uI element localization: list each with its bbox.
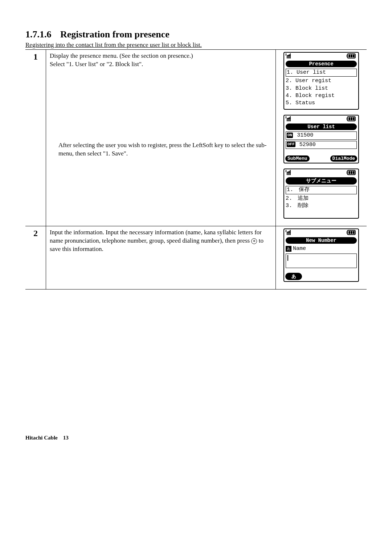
svg-rect-19	[353, 231, 355, 234]
svg-rect-4	[353, 54, 355, 57]
svg-rect-18	[351, 231, 352, 234]
page-footer: Hitachi Cable 13	[25, 435, 367, 441]
svg-rect-8	[351, 117, 352, 120]
signal-icon	[286, 53, 295, 61]
phone-screen-userlist: User list ON 31500 OFF 52980 SubMenu Dia…	[283, 115, 359, 163]
menu-item: 4. Block regist	[286, 92, 357, 100]
step-row: 2 Input the information. Input the neces…	[25, 226, 367, 289]
phone-screen-newnumber: New Number あ Name あ	[283, 228, 359, 282]
menu-item: 2. User regist	[286, 77, 357, 85]
svg-rect-17	[348, 231, 350, 234]
svg-rect-2	[348, 54, 350, 57]
svg-rect-1	[347, 55, 348, 57]
battery-icon	[347, 230, 357, 237]
step-number: 1	[25, 50, 46, 226]
svg-rect-9	[353, 117, 355, 120]
step-row: 1 Display the presence menu. (See the se…	[25, 50, 367, 226]
battery-icon	[347, 170, 357, 177]
section-number: 1.7.1.6	[25, 29, 52, 40]
status-badge: OFF	[287, 142, 295, 147]
step-text: Display the presence menu. (See the sect…	[46, 50, 276, 226]
svg-rect-11	[347, 171, 348, 174]
battery-icon	[347, 53, 357, 61]
signal-icon	[286, 230, 295, 237]
list-row-number: 31500	[297, 132, 313, 138]
step-number: 2	[25, 226, 46, 289]
footer-brand: Hitachi Cable	[25, 435, 58, 441]
svg-rect-14	[353, 171, 355, 174]
menu-item-selected: 1. User list	[286, 69, 357, 77]
phone-screen-presence: Presence 1. User list 2. User regist 3. …	[283, 52, 359, 110]
list-row: OFF 52980	[286, 141, 357, 149]
list-row: ON 31500	[286, 131, 357, 139]
svg-rect-7	[348, 117, 350, 120]
screen-title: サブメニュー	[286, 177, 357, 185]
footer-page: 13	[63, 435, 69, 441]
step-paragraph: Display the presence menu. (See the sect…	[50, 52, 272, 60]
screenshots-cell: Presence 1. User list 2. User regist 3. …	[276, 50, 367, 226]
svg-rect-3	[351, 54, 352, 57]
list-row-number: 52980	[299, 142, 316, 148]
step-paragraph: Input the information. Input the necessa…	[50, 229, 262, 244]
battery-icon	[347, 116, 357, 123]
step-paragraph: After selecting the user you wish to reg…	[58, 141, 272, 158]
svg-rect-13	[351, 171, 352, 174]
section-heading: 1.7.1.6 Registration from presence	[25, 29, 367, 40]
softkey-right: DialMode	[330, 155, 357, 162]
svg-rect-6	[347, 118, 348, 120]
section-title: Registration from presence	[60, 29, 170, 40]
screen-title: User list	[286, 123, 357, 130]
signal-icon	[286, 116, 295, 123]
screen-title: New Number	[286, 237, 357, 244]
svg-rect-12	[348, 171, 350, 174]
input-label: Name	[293, 245, 306, 252]
menu-item: 2. 追加	[286, 195, 357, 202]
screen-title: Presence	[286, 61, 357, 67]
menu-item: 5. Status	[286, 100, 357, 107]
menu-item-selected: 1. 保存	[286, 186, 357, 194]
step-text: Input the information. Input the necessa…	[46, 226, 276, 289]
softkey-left: SubMenu	[285, 155, 310, 162]
status-badge: ON	[287, 133, 293, 138]
step-paragraph: Select "1. User list" or "2. Block list"…	[50, 60, 272, 69]
signal-icon	[286, 170, 295, 177]
name-input[interactable]	[286, 254, 357, 268]
svg-rect-16	[347, 231, 348, 234]
menu-item: 3. 削除	[286, 202, 357, 210]
section-subtitle: Registering into the contact list from t…	[25, 41, 367, 49]
ok-button-icon: ✳	[251, 238, 257, 244]
phone-screen-submenu: サブメニュー 1. 保存 2. 追加 3. 削除	[283, 169, 359, 219]
screenshots-cell: New Number あ Name あ	[276, 226, 367, 289]
steps-table: 1 Display the presence menu. (See the se…	[25, 49, 367, 289]
menu-item: 3. Block list	[286, 85, 357, 92]
input-mode-icon: あ	[286, 246, 291, 252]
softkey-left: あ	[285, 273, 302, 280]
